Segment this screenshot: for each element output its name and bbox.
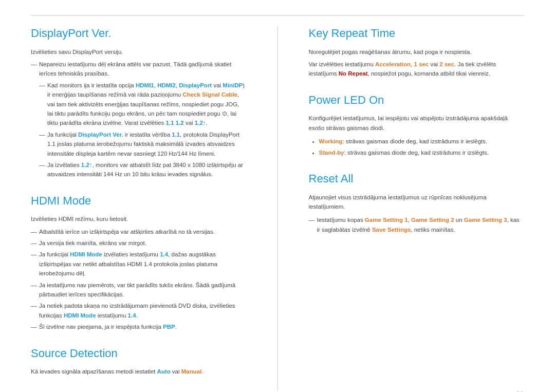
highlight-manual: Manual [181, 368, 202, 375]
displayport-ver-list: Nepareizu iestatījumu dēļ ekrāna attēls … [31, 60, 247, 179]
highlight-dpver: DisplayPort Ver. [78, 132, 123, 138]
reset-all-body: Atjaunojiet visus izstrādājuma iestatīju… [309, 193, 525, 235]
highlight-working: Working [319, 138, 343, 144]
highlight-minidp: MiniDP [223, 82, 243, 88]
reset-all-intro: Atjaunojiet visus izstrādājuma iestatīju… [309, 193, 525, 212]
top-divider [31, 15, 524, 16]
power-led-on-intro: Konfigurējiet iestatījumus, lai iespējot… [309, 114, 525, 133]
hdmi-mode-list: Atbalstītā ierīce un izšķirtspēja var at… [31, 227, 247, 332]
displayport-sub-list: Kad monitors ija ir iestatīta opcija HDM… [39, 81, 247, 179]
hdmi-mode-intro: Izvēlieties HDMI režīmu, kuru lietosit. [31, 214, 247, 223]
highlight-standby: Stand-by [319, 150, 344, 156]
reset-all-title: Reset All [309, 172, 525, 186]
list-item: Ja iestatījums nav piemērots, var tikt p… [31, 281, 247, 300]
section-power-led-on: Power LED On Konfigurējiet iestatījumus,… [309, 93, 525, 157]
highlight-ver12: 1.2 [176, 120, 184, 126]
hdmi-mode-title: HDMI Mode [31, 194, 247, 209]
key-repeat-time-detail: Var izvēlēties iestatījumu Acceleration,… [309, 60, 525, 79]
highlight-14b: 1.4 [128, 312, 136, 319]
section-source-detection: Source Detection Kā ievades signāla atpa… [31, 346, 247, 377]
highlight-ver12up: 1.2↑ [195, 120, 206, 126]
page: DisplayPort Ver. Izvēlieties savu Displa… [0, 0, 555, 392]
highlight-displayport: DisplayPort [179, 82, 212, 88]
reset-all-list: Iestatījumu kopas Game Setting 1, Game S… [309, 215, 525, 234]
highlight-14: 1.4 [160, 251, 168, 257]
list-item: Iestatījumu kopas Game Setting 1, Game S… [309, 215, 525, 234]
highlight-check-signal: Check Signal Cable [182, 91, 237, 98]
hdmi-mode-body: Izvēlieties HDMI režīmu, kuru lietosit. … [31, 214, 247, 331]
key-repeat-time-title: Key Repeat Time [309, 26, 525, 41]
list-item: Working: strāvas gaismas diode deg, kad … [319, 137, 525, 146]
list-item: Ja netiek padota skaņa no izstrādājumam … [31, 301, 247, 320]
highlight-hdmi-mode2: HDMI Mode [64, 312, 96, 319]
list-item: Nepareizu iestatījumu dēļ ekrāna attēls … [31, 60, 247, 179]
list-item: Stand-by: strāvas gaismas diode deg, kad… [319, 148, 525, 157]
highlight-hdmi-mode: HDMI Mode [70, 251, 102, 257]
highlight-acceleration: Acceleration [375, 61, 411, 67]
list-item: Ja funkcijai DisplayPort Ver. ir iestatī… [39, 130, 247, 158]
list-item: Ja izvēlaties 1.2↑, monitors var atbalst… [39, 160, 247, 179]
highlight-pbp: PBP [163, 324, 175, 330]
list-item: Kad monitors ija ir iestatīta opcija HDM… [39, 81, 247, 128]
highlight-no-repeat: No Repeat [339, 70, 368, 77]
highlight-hdmi2: HDMI2 [157, 82, 176, 88]
list-item: Atbalstītā ierīce un izšķirtspēja var at… [31, 227, 247, 236]
power-led-on-title: Power LED On [309, 93, 525, 108]
section-hdmi-mode: HDMI Mode Izvēlieties HDMI režīmu, kuru … [31, 194, 247, 332]
power-led-on-body: Konfigurējiet iestatījumus, lai iespējot… [309, 114, 525, 157]
highlight-hdmi1: HDMI1 [136, 82, 154, 88]
list-item: Šī izvēlne nav pieejama, ja ir iespējota… [31, 322, 247, 331]
section-reset-all: Reset All Atjaunojiet visus izstrādājuma… [309, 172, 525, 234]
power-led-on-list: Working: strāvas gaismas diode deg, kad … [319, 137, 525, 157]
highlight-save-settings: Save Settings [372, 227, 411, 233]
section-key-repeat-time: Key Repeat Time Noregulējiet pogas reaģē… [309, 26, 525, 79]
section-displayport-ver: DisplayPort Ver. Izvēlieties savu Displa… [31, 26, 247, 179]
key-repeat-time-intro: Noregulējiet pogas reaģēšanas ātrumu, ka… [309, 47, 525, 57]
displayport-ver-title: DisplayPort Ver. [31, 26, 247, 41]
highlight-1sec: 1 sec [414, 61, 429, 67]
highlight-game-setting3: Game Setting 3 [464, 217, 507, 223]
page-number: 41 [515, 389, 524, 392]
displayport-ver-body: Izvēlieties savu DisplayPort versiju. Ne… [31, 47, 247, 179]
highlight-2sec: 2 sec [439, 61, 454, 67]
displayport-ver-intro: Izvēlieties savu DisplayPort versiju. [31, 47, 247, 57]
highlight-game-setting1: Game Setting 1 [365, 217, 408, 223]
key-repeat-time-body: Noregulējiet pogas reaģēšanas ātrumu, ka… [309, 47, 525, 79]
highlight-game-setting2: Game Setting 2 [411, 217, 454, 223]
source-detection-title: Source Detection [31, 346, 247, 361]
list-item: Ja funkcijai HDMI Mode izvēlaties iestat… [31, 250, 247, 278]
source-detection-body: Kā ievades signāla atpazīšanas metodi ie… [31, 367, 247, 376]
column-divider [278, 26, 278, 391]
highlight-11: 1.1 [172, 132, 180, 138]
highlight-ver11: 1.1 [166, 120, 174, 126]
list-item: Ja versija tiek mainīta, ekrāns var mirg… [31, 238, 247, 248]
right-column: Key Repeat Time Noregulējiet pogas reaģē… [309, 26, 525, 391]
highlight-auto: Auto [157, 368, 170, 375]
source-detection-intro: Kā ievades signāla atpazīšanas metodi ie… [31, 367, 247, 376]
left-column: DisplayPort Ver. Izvēlieties savu Displa… [31, 26, 247, 391]
highlight-12up: 1.2↑ [81, 162, 92, 168]
